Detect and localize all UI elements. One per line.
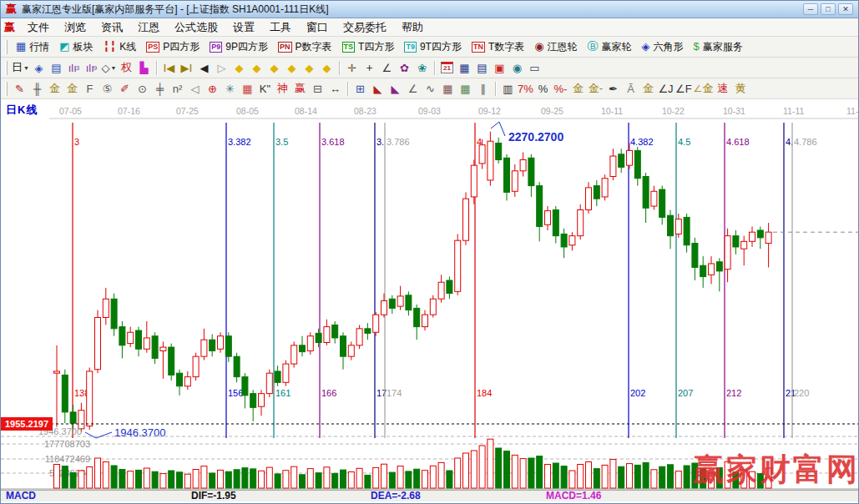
toolbar-t-square-button[interactable]: TST四方形 [337,39,400,55]
close-button[interactable]: ✕ [838,3,853,15]
kline-chart[interactable]: 07-0507-1607-2508-0508-1408-2309-0309-12… [1,99,859,490]
draw-parallel-icon[interactable]: ∥ [474,80,492,98]
menu-设置[interactable]: 设置 [225,18,262,37]
tool-zoom-vert-icon[interactable]: ◆ [283,59,301,77]
draw-speed-line-icon[interactable]: 速 [714,80,731,98]
tool-last-page-icon[interactable]: ▶Ⅰ [178,59,195,77]
draw-red-ruler-icon[interactable]: ✐ [116,80,134,98]
toolbar-sectors-button[interactable]: ◩板块 [54,39,98,55]
draw-grid-a-icon[interactable]: ▦ [439,80,457,98]
draw-grid-ruler-icon[interactable]: ╫ [28,80,46,98]
draw-n-squared-icon[interactable]: n² [169,80,186,98]
toolbar-gann-wheel-button[interactable]: ◉江恩轮 [529,39,582,55]
menu-工具[interactable]: 工具 [262,18,299,37]
tool-crosshair-tool-icon[interactable]: ＋ [361,59,378,77]
tool-histogram-icon[interactable]: ▙ [135,59,153,77]
tool-compress-icon[interactable]: ◆ [301,59,318,77]
tool-print-icon[interactable]: ▭ [526,59,543,77]
draw-gold-angle-icon[interactable]: ∠金 [693,80,715,98]
tool-chart-3bars-icon[interactable]: ılı3 [65,59,83,77]
draw-pct-level-icon[interactable]: %- [552,80,569,98]
draw-f-angle-icon[interactable]: ∠F [675,80,693,98]
menu-帮助[interactable]: 帮助 [394,18,431,37]
toolbar-quotes-button[interactable]: ▦行情 [11,39,54,55]
tool-first-page-icon[interactable]: Ⅰ◀ [160,59,178,77]
tool-angle-tool-icon[interactable]: ∠ [378,59,396,77]
draw-wave-tool-icon[interactable]: ∿ [422,80,439,98]
draw-spiral-5-icon[interactable]: ⑤ [99,80,116,98]
candle-body [610,156,616,176]
draw-k-marks-icon[interactable]: K" [256,80,274,98]
draw-j-angle-icon[interactable]: ∠J [657,80,675,98]
toolbar-winner-service-button[interactable]: $赢家服务 [689,39,748,55]
menu-资讯[interactable]: 资讯 [93,18,130,37]
draw-spider-web-icon[interactable]: ✳ [221,80,239,98]
maximize-button[interactable]: □ [821,3,836,15]
draw-f-grid-icon[interactable]: F [81,80,99,98]
tool-expand-icon[interactable]: ◆ [318,59,336,77]
tool-chart-9bars-icon[interactable]: ılı9 [83,59,100,77]
draw-fan-red-icon[interactable]: ◣ [369,80,387,98]
draw-web-square-icon[interactable]: ▦ [239,80,256,98]
draw-blue-grid-icon[interactable]: ⊞ [351,80,369,98]
menu-文件[interactable]: 文件 [20,18,57,37]
tool-info-f10-icon[interactable]: ◈ [30,59,48,77]
draw-shen-grid-icon[interactable]: 神 [274,80,291,98]
draw-pen-icon[interactable]: ✎ [11,80,28,98]
tool-brain-tool-icon[interactable]: ❀ [413,59,431,77]
draw-gold-lines-icon[interactable]: 金 [639,80,657,98]
toolbar-hexagon-button[interactable]: ◈六角形 [637,39,689,55]
chart-area[interactable]: 日K线 07-0507-1607-2508-0508-1408-2309-030… [1,99,859,490]
tool-zoom-right-icon[interactable]: ◆ [248,59,265,77]
draw-clipped-tool-icon[interactable]: 黄 [731,80,749,98]
toolbar-p-digit-table-button[interactable]: PNP数字表 [273,39,337,55]
p-square-label: P四方形 [163,40,200,54]
tool-prev-bar-icon[interactable]: ◀ [195,59,213,77]
draw-gold-grid-2-icon[interactable]: 金 [63,80,81,98]
tool-save-icon[interactable]: ▣ [491,59,508,77]
draw-measure-icon[interactable]: ↔ [326,80,344,98]
menu-浏览[interactable]: 浏览 [57,18,93,37]
tool-next-bar-icon[interactable]: ▷ [213,59,230,77]
menu-江恩[interactable]: 江恩 [130,18,167,37]
draw-ink-pen-icon[interactable]: ✒ [604,80,622,98]
draw-fan-purple-icon[interactable]: ◣ [387,80,404,98]
draw-angle-lines-icon[interactable]: ∠ [404,80,422,98]
tool-notepad-icon[interactable]: ▤ [473,59,491,77]
draw-circle-cross-icon[interactable]: ⊕ [204,80,221,98]
tool-calendar-icon[interactable]: 21 [438,59,456,77]
draw-bars-percent-icon[interactable]: ▥ [499,80,517,98]
menu-窗口[interactable]: 窗口 [299,18,336,37]
tool-period-day-icon[interactable]: 日▼ [11,59,30,77]
draw-percent-icon[interactable]: % [534,80,552,98]
tool-hand-tool-icon[interactable]: ✛ [343,59,361,77]
draw-mirror-icon[interactable]: ◁ [186,80,204,98]
toolbar-winner-wheel-button[interactable]: Ⓑ赢家轮 [583,39,637,55]
toolbar-9p-square-button[interactable]: P99P四方形 [205,39,273,55]
draw-gold-level-icon[interactable]: 金- [587,80,604,98]
draw-ruler-123-icon[interactable]: ⊟ [309,80,326,98]
menu-公式选股[interactable]: 公式选股 [167,18,225,37]
tool-chip-tool-icon[interactable]: ✿ [396,59,413,77]
draw-win-grid-icon[interactable]: 赢 [291,80,309,98]
tool-snapshot-icon[interactable]: ◉ [508,59,526,77]
toolbar-p-square-button[interactable]: PSP四方形 [141,39,205,55]
menu-交易委托[interactable]: 交易委托 [336,18,394,37]
tool-candle-style-icon[interactable]: ◇▼ [100,59,118,77]
tool-notes-icon[interactable]: ▤ [48,59,65,77]
tool-ex-rights-icon[interactable]: 权 [118,59,135,77]
toolbar-t-digit-table-button[interactable]: TNT数字表 [467,39,529,55]
toolbar-9t-square-button[interactable]: T99T四方形 [399,39,467,55]
draw-tick-ruler-icon[interactable]: ╪ [151,80,169,98]
draw-gold-circle-icon[interactable]: 金 [569,80,587,98]
tool-zoom-horiz-icon[interactable]: ◆ [265,59,283,77]
draw-a-wave-icon[interactable]: Ã [622,80,639,98]
draw-gold-grid-1-icon[interactable]: 金 [46,80,63,98]
tool-calculator-icon[interactable]: ▦ [456,59,473,77]
draw-pct-strike-icon[interactable]: 7% [517,80,534,98]
draw-grid-b-icon[interactable]: ▦ [457,80,474,98]
toolbar-kline-button[interactable]: ╏╏K线 [99,39,142,55]
draw-time-circle-icon[interactable]: ⊙ [134,80,151,98]
tool-zoom-left-icon[interactable]: ◆ [230,59,248,77]
minimize-button[interactable]: ─ [803,3,818,15]
